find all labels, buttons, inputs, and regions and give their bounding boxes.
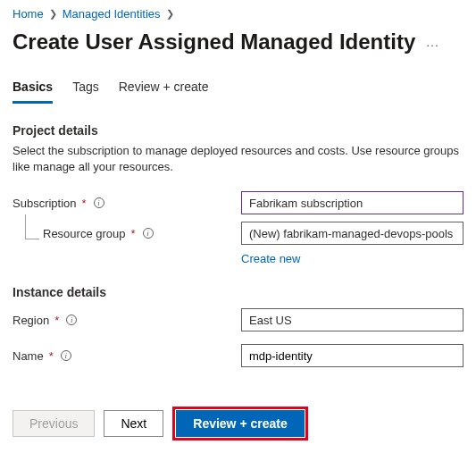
name-row: Name * i — [0, 340, 476, 371]
resource-group-value: (New) fabrikam-managed-devops-pools — [249, 227, 453, 240]
subscription-label: Subscription — [13, 197, 77, 210]
tab-basics[interactable]: Basics — [13, 74, 53, 104]
create-new-link[interactable]: Create new — [0, 248, 476, 265]
tab-strip: Basics Tags Review + create — [0, 74, 476, 104]
tab-tags[interactable]: Tags — [72, 74, 99, 104]
breadcrumb-home[interactable]: Home — [13, 7, 44, 21]
info-icon[interactable]: i — [61, 350, 71, 361]
review-create-button[interactable]: Review + create — [176, 410, 304, 437]
resource-group-row: Resource group * i (New) fabrikam-manage… — [0, 218, 476, 248]
subscription-row: Subscription * i Fabrikam subscription — [0, 188, 476, 218]
resource-group-dropdown[interactable]: (New) fabrikam-managed-devops-pools — [241, 222, 463, 245]
wizard-footer: Previous Next Review + create — [0, 398, 476, 453]
info-icon[interactable]: i — [94, 197, 104, 208]
required-asterisk: * — [49, 349, 54, 363]
subscription-value: Fabrikam subscription — [249, 197, 363, 210]
next-button[interactable]: Next — [104, 410, 163, 437]
region-row: Region * i East US — [0, 305, 476, 335]
more-icon[interactable]: ··· — [426, 32, 439, 52]
name-input[interactable] — [241, 344, 463, 367]
page-title: Create User Assigned Managed Identity — [13, 29, 415, 55]
region-dropdown[interactable]: East US — [241, 308, 463, 331]
subscription-dropdown[interactable]: Fabrikam subscription — [241, 191, 463, 214]
required-asterisk: * — [54, 314, 59, 327]
region-value: East US — [249, 314, 292, 327]
previous-button: Previous — [13, 410, 95, 437]
project-details-heading: Project details — [0, 104, 476, 143]
region-label: Region — [13, 314, 49, 327]
highlight-box: Review + create — [172, 407, 307, 440]
info-icon[interactable]: i — [143, 228, 154, 239]
page-title-bar: Create User Assigned Managed Identity ··… — [0, 24, 476, 74]
instance-details-heading: Instance details — [0, 265, 476, 305]
info-icon[interactable]: i — [66, 315, 77, 325]
required-asterisk: * — [82, 197, 87, 210]
chevron-right-icon: ❯ — [49, 8, 57, 20]
tab-review-create[interactable]: Review + create — [119, 74, 209, 104]
required-asterisk: * — [131, 227, 136, 240]
chevron-right-icon: ❯ — [166, 8, 174, 20]
resource-group-label: Resource group — [43, 227, 126, 240]
breadcrumb: Home ❯ Managed Identities ❯ — [0, 0, 476, 24]
tree-connector-icon — [25, 214, 39, 239]
name-label: Name — [13, 349, 44, 363]
project-details-description: Select the subscription to manage deploy… — [0, 143, 476, 188]
breadcrumb-managed-identities[interactable]: Managed Identities — [63, 7, 161, 21]
